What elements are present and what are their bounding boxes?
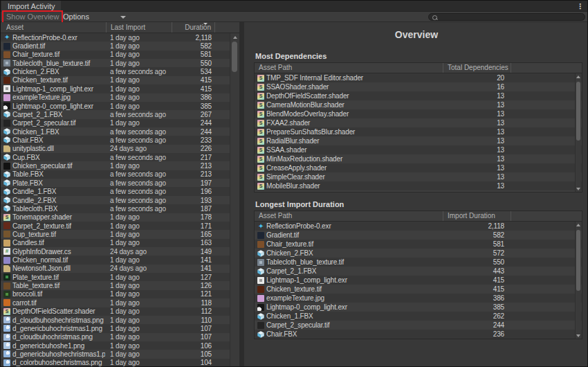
table-row[interactable]: Table.FBXa few seconds ago213 (1, 170, 230, 179)
column-header-duration[interactable]: Duration (ms) (172, 22, 215, 33)
table-row[interactable]: Tablecloth.FBXa few seconds ago187 (1, 204, 230, 213)
table-row[interactable]: Chair_texture.tif581 (255, 240, 582, 249)
table-row[interactable]: #GlyphInfoDrawer.cs24 days ago149 (1, 247, 230, 256)
table-row[interactable]: Gradient.tif1 day ago582 (1, 42, 230, 50)
show-overview-button[interactable]: Show Overview (6, 12, 59, 22)
table-row[interactable]: STonemapper.shader1 day ago178 (1, 213, 230, 222)
search-field[interactable] (428, 13, 585, 21)
table-row[interactable]: d_colorbuhoshechristmas.png1 day ago104 (1, 359, 230, 367)
sprite-icon (3, 350, 10, 357)
table-row[interactable]: exampleTexture.jpg1 day ago386 (1, 93, 230, 102)
table-row[interactable]: Plate_texture.tif1 day ago127 (1, 273, 230, 281)
table-row[interactable]: Chicken_specular.tif1 day ago213 (1, 161, 230, 170)
scroll-up-icon[interactable] (576, 75, 580, 78)
table-row[interactable]: d_genericbuhoshechristmas1.png1 day ago1… (1, 350, 230, 358)
table-row[interactable]: d_cloudbuhochristmas.png1 day ago107 (1, 333, 230, 341)
table-row[interactable]: exampleTexture.jpg386 (255, 294, 582, 303)
last-import-value: a few seconds ago (105, 179, 172, 187)
panel-divider[interactable] (239, 22, 244, 367)
table-row[interactable]: SMobileBlur.shader13 (255, 181, 582, 190)
table-row[interactable]: Gradient.tif582 (255, 231, 582, 240)
table-row[interactable]: d_genericbuhochristmas1.png1 day ago107 (1, 324, 230, 332)
scroll-down-icon[interactable] (576, 188, 580, 190)
table-row[interactable]: Chicken_texture.tif415 (255, 285, 582, 294)
table-row[interactable]: SDepthOfFieldScatter.shader1 day ago112 (1, 307, 230, 316)
table-row[interactable]: SSSAA.shader13 (255, 145, 582, 154)
last-import-value: 1 day ago (105, 51, 172, 58)
asset-path: CreaseApply.shader (266, 164, 444, 172)
table-row[interactable]: broccoli.tif1 day ago121 (1, 290, 230, 298)
scrollbar-thumb[interactable] (576, 82, 580, 141)
table-row[interactable]: Plate.FBXa few seconds ago197 (1, 179, 230, 187)
table-row[interactable]: Chicken_2.FBX572 (255, 249, 582, 258)
scrollbar-thumb[interactable] (232, 42, 237, 72)
table-row[interactable]: ✦ReflectionProbe-0.exr2,118 (255, 222, 582, 231)
scrollbar-thumb[interactable] (576, 230, 580, 291)
table-row[interactable]: Lightmap-0_comp_light.exr1 day ago385 (1, 102, 230, 110)
column-header-asset-path[interactable]: Asset Path (255, 211, 443, 221)
scroll-up-icon[interactable] (233, 36, 237, 39)
table-row[interactable]: Chicken_1.FBX262 (255, 312, 582, 321)
table-row[interactable]: Chicken_normal.tif1 day ago141 (1, 256, 230, 264)
table-row[interactable]: Newtonsoft.Json.dll24 days ago141 (1, 265, 230, 273)
table-row[interactable]: unityplastic.dll24 days ago226 (1, 145, 230, 153)
table-row[interactable]: d_cloudbuhoshechristmas.png1 day ago110 (1, 316, 230, 324)
table-row[interactable]: Candles.tif1 day ago163 (1, 239, 230, 247)
table-row[interactable]: SSimpleClear.shader13 (255, 172, 582, 181)
table-row[interactable]: Candle_2.FBXa few seconds ago193 (1, 196, 230, 204)
window-menu-icon[interactable]: ⋮ (576, 1, 583, 11)
table-row[interactable]: SBlendModesOverlay.shader13 (255, 109, 582, 118)
asset-name: d_colorbuhoshechristmas.png (12, 359, 105, 366)
most-dependencies-scrollbar[interactable] (575, 73, 581, 193)
table-row[interactable]: Cup_texture.tif1 day ago165 (1, 230, 230, 238)
table-row[interactable]: Lightmap-1_comp_light.exr1 day ago415 (1, 84, 230, 93)
table-row[interactable]: Table_texture.tif1 day ago126 (1, 281, 230, 289)
table-row[interactable]: Chair.FBX236 (255, 330, 582, 339)
column-header-import-duration[interactable]: Import Duration (ms) (443, 211, 511, 221)
table-row[interactable]: Carpet_2_specular.tif1 day ago244 (1, 119, 230, 127)
table-row[interactable]: SRadialBlur.shader13 (255, 136, 582, 145)
table-row[interactable]: Lightmap-1_comp_light.exr415 (255, 276, 582, 285)
scroll-up-icon[interactable] (576, 224, 580, 226)
table-row[interactable]: Carpet_2_specular.tif244 (255, 321, 582, 330)
texture-icon (257, 295, 264, 302)
table-row[interactable]: d_genericbuhoshe1.png1 day ago106 (1, 341, 230, 350)
asset-table-scrollbar[interactable] (230, 33, 239, 367)
table-row[interactable]: Chair.FBXa few seconds ago233 (1, 136, 230, 144)
table-row[interactable]: SCameraMotionBlur.shader13 (255, 100, 582, 109)
column-header-asset[interactable]: Asset (1, 22, 106, 33)
table-row[interactable]: Cup.FBXa few seconds ago217 (1, 153, 230, 161)
table-row[interactable]: Chicken_texture.tif1 day ago415 (1, 76, 230, 84)
table-row[interactable]: ✦ReflectionProbe-0.exr1 day ago2,118 (1, 33, 230, 42)
table-row[interactable]: SSSAOShader.shader16 (255, 82, 582, 91)
table-row[interactable]: Carpet_2_texture.tif1 day ago171 (1, 222, 230, 230)
table-row[interactable]: Chair_texture.tif1 day ago581 (1, 51, 230, 59)
column-header-total-dependencies[interactable]: Total Dependencies (443, 63, 511, 73)
table-row[interactable]: STMP_SDF Internal Editor.shader20 (255, 73, 582, 82)
table-row[interactable]: SPrepareSunShaftsBlur.shader13 (255, 127, 582, 136)
table-row[interactable]: Tablecloth_blue_texture.tif1 day ago550 (1, 59, 230, 67)
table-row[interactable]: SCreaseApply.shader13 (255, 163, 582, 172)
table-row[interactable]: SDepthOfFieldScatter.shader13 (255, 91, 582, 100)
longest-import-duration-scrollbar[interactable] (575, 222, 581, 339)
table-row[interactable]: Chicken_2.FBXa few seconds ago534 (1, 67, 230, 75)
table-row[interactable]: SMinMaxReduction.shader13 (255, 154, 582, 163)
asset-name: exampleTexture.jpg (12, 93, 105, 101)
table-row[interactable]: carrot.tif1 day ago118 (1, 298, 230, 307)
reflection-probe-icon: ✦ (257, 223, 264, 230)
table-row[interactable]: Carpet_2_1.FBX443 (255, 267, 582, 276)
duration-value: 244 (172, 119, 212, 127)
options-dropdown[interactable]: Options (63, 12, 129, 22)
table-row[interactable]: Lightmap-0_comp_light.exr385 (255, 303, 582, 312)
table-row[interactable]: Chicken_1.FBXa few seconds ago244 (1, 127, 230, 136)
search-input[interactable] (439, 14, 583, 21)
column-header-last-import[interactable]: Last Import (106, 22, 172, 33)
column-header-asset-path[interactable]: Asset Path (255, 63, 443, 73)
table-row[interactable]: Candle_1.FBXa few seconds ago196 (1, 187, 230, 195)
asset-name: Tablecloth_blue_texture.tif (12, 60, 105, 67)
table-row[interactable]: Tablecloth_blue_texture.tif550 (255, 258, 582, 267)
table-row[interactable]: Carpet_2_1.FBXa few seconds ago267 (1, 110, 230, 118)
tab-import-activity[interactable]: Import Activity (1, 1, 61, 12)
scroll-down-icon[interactable] (576, 334, 580, 337)
table-row[interactable]: SFXAA2.shader13 (255, 118, 582, 127)
